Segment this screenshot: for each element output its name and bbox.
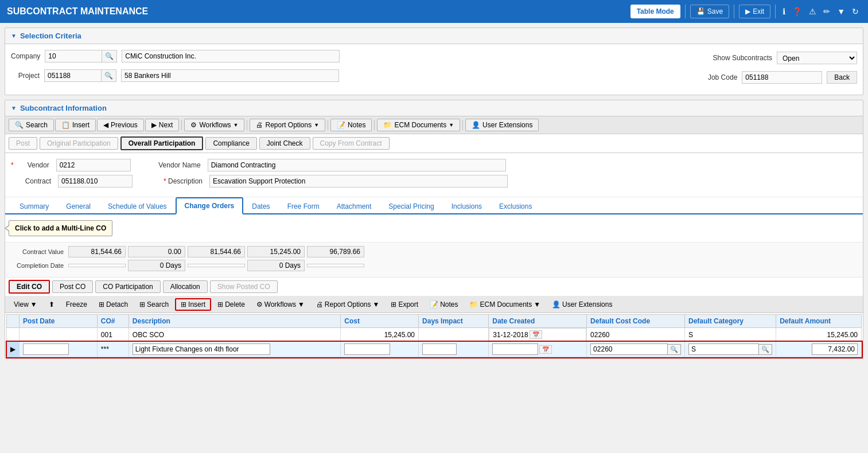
help-icon[interactable]: ❓ — [790, 5, 804, 18]
sc-ecm-button[interactable]: 📁 ECM Documents ▼ — [377, 119, 460, 131]
sc-report-options-button[interactable]: 🖨 Report Options ▼ — [250, 119, 325, 131]
row2-post-date-input[interactable] — [23, 343, 69, 355]
row2-date-created[interactable]: 📅 — [489, 342, 587, 357]
grid-delete-button[interactable]: ⊞ Delete — [212, 299, 250, 310]
show-subcontracts-select[interactable]: Open Closed All — [777, 52, 857, 64]
row1-select[interactable] — [7, 328, 20, 342]
joint-check-button[interactable]: Joint Check — [259, 137, 310, 150]
contract-value-label: Contract Value — [11, 248, 68, 255]
description-input[interactable] — [209, 175, 508, 188]
row2-description-input[interactable] — [133, 343, 270, 355]
row2-calendar-button[interactable]: 📅 — [539, 345, 552, 354]
sc-notes-button[interactable]: 📝 Notes — [330, 119, 372, 131]
sc-collapse-icon[interactable]: ▼ — [11, 105, 17, 111]
tab-special-pricing[interactable]: Special Pricing — [380, 198, 442, 214]
grid-ecm-button[interactable]: 📁 ECM Documents ▼ — [464, 299, 546, 310]
collapse-icon[interactable]: ▼ — [11, 33, 17, 39]
project-input[interactable] — [44, 69, 102, 82]
post-co-button[interactable]: Post CO — [52, 280, 93, 293]
project-search-button[interactable]: 🔍 — [102, 69, 116, 82]
back-button[interactable]: Back — [827, 71, 857, 84]
tab-exclusions[interactable]: Exclusions — [491, 198, 540, 214]
row2-cost-code-input[interactable] — [590, 343, 668, 355]
row2-category-search-button[interactable]: 🔍 — [759, 344, 772, 355]
tab-free-form[interactable]: Free Form — [279, 198, 328, 214]
company-input[interactable] — [45, 50, 102, 63]
sc-user-ext-button[interactable]: 👤 User Extensions — [465, 119, 539, 131]
description-field-label: * Description — [157, 177, 203, 185]
col-cost[interactable]: Cost — [341, 315, 419, 328]
post-button[interactable]: Post — [9, 137, 37, 150]
tab-attachment[interactable]: Attachment — [328, 198, 380, 214]
grid-notes-button[interactable]: 📝 Notes — [425, 299, 463, 310]
more-icon[interactable]: ▼ — [835, 5, 847, 18]
save-button[interactable]: 💾 Save — [690, 5, 729, 18]
allocation-button[interactable]: Allocation — [163, 280, 208, 293]
grid-insert-button[interactable]: ⊞ Insert — [175, 298, 211, 311]
original-participation-button[interactable]: Original Participation — [40, 137, 118, 150]
sc-insert-button[interactable]: 📋 Insert — [55, 119, 96, 131]
col-default-cost-code[interactable]: Default Cost Code — [587, 315, 685, 328]
row2-cost[interactable] — [341, 342, 419, 357]
contract-input[interactable] — [58, 175, 133, 188]
table-mode-button[interactable]: Table Mode — [630, 5, 680, 18]
sc-workflows-button[interactable]: ⚙ Workflows ▼ — [184, 119, 244, 131]
row1-calendar-button[interactable]: 📅 — [530, 330, 542, 339]
row2-cost-code-search-button[interactable]: 🔍 — [668, 344, 681, 355]
row2-amount[interactable] — [776, 342, 862, 357]
row2-post-date[interactable] — [20, 342, 98, 357]
overall-participation-button[interactable]: Overall Participation — [120, 136, 204, 150]
col-co-num[interactable]: CO# — [97, 315, 129, 328]
row2-days-impact-input[interactable] — [422, 343, 457, 355]
job-code-input[interactable] — [742, 71, 822, 84]
col-description[interactable]: Description — [129, 315, 340, 328]
grid-view-button[interactable]: View ▼ — [9, 299, 42, 310]
grid-workflows-button[interactable]: ⚙ Workflows ▼ — [251, 299, 310, 310]
grid-detach-button[interactable]: ⊞ Detach — [94, 299, 133, 310]
grid-report-button[interactable]: 🖨 Report Options ▼ — [311, 299, 385, 310]
sc-search-button[interactable]: 🔍 Search — [9, 119, 54, 131]
tab-summary[interactable]: Summary — [11, 198, 57, 214]
compliance-button[interactable]: Compliance — [205, 137, 256, 150]
sc-previous-button[interactable]: ◀ Previous — [97, 119, 144, 131]
toolbar-sep-2 — [247, 120, 247, 130]
col-date-created[interactable]: Date Created — [489, 315, 587, 328]
row2-cost-input[interactable] — [344, 343, 390, 355]
sc-next-button[interactable]: ▶ Next — [145, 119, 180, 131]
warning-icon[interactable]: ⚠ — [807, 5, 819, 18]
grid-user-ext-button[interactable]: 👤 User Extensions — [547, 299, 617, 310]
copy-from-contract-button[interactable]: Copy From Contract — [313, 137, 390, 150]
vendor-input[interactable] — [56, 159, 131, 171]
tab-change-orders[interactable]: Change Orders — [176, 197, 244, 214]
vendor-name-input[interactable] — [208, 159, 506, 171]
row2-description[interactable] — [129, 342, 340, 357]
grid-export-button[interactable]: ⊞ Export — [386, 299, 423, 310]
edit-co-button[interactable]: Edit CO — [9, 280, 50, 294]
show-posted-co-button[interactable]: Show Posted CO — [210, 280, 278, 293]
co-participation-button[interactable]: CO Participation — [95, 280, 160, 293]
col-default-amount[interactable]: Default Amount — [776, 315, 862, 328]
grid-export-col-button[interactable]: ⬆ — [44, 299, 60, 310]
company-search-button[interactable]: 🔍 — [102, 50, 117, 63]
row2-date-created-input[interactable] — [492, 343, 538, 355]
tab-schedule-of-values[interactable]: Schedule of Values — [99, 198, 176, 214]
col-post-date[interactable]: Post Date — [20, 315, 98, 328]
info-icon[interactable]: ℹ — [780, 5, 788, 18]
row2-days-impact[interactable] — [419, 342, 489, 357]
col-days-impact[interactable]: Days Impact — [419, 315, 489, 328]
tab-inclusions[interactable]: Inclusions — [443, 198, 491, 214]
grid-search-button[interactable]: ⊞ Search — [134, 299, 174, 310]
row2-category-input[interactable] — [688, 343, 759, 355]
save-icon: 💾 — [696, 7, 705, 15]
row2-category[interactable]: 🔍 — [684, 342, 776, 357]
grid-freeze-button[interactable]: Freeze — [61, 299, 92, 310]
tab-general[interactable]: General — [57, 198, 99, 214]
row2-cost-code[interactable]: 🔍 — [587, 342, 685, 357]
edit-icon[interactable]: ✏ — [821, 5, 832, 18]
row2-select[interactable]: ▶ — [7, 342, 20, 357]
tab-dates[interactable]: Dates — [243, 198, 278, 214]
row2-amount-input[interactable] — [812, 343, 858, 355]
refresh-icon[interactable]: ↻ — [850, 5, 861, 18]
exit-button[interactable]: ▶ Exit — [739, 5, 770, 18]
col-default-category[interactable]: Default Category — [684, 315, 776, 328]
